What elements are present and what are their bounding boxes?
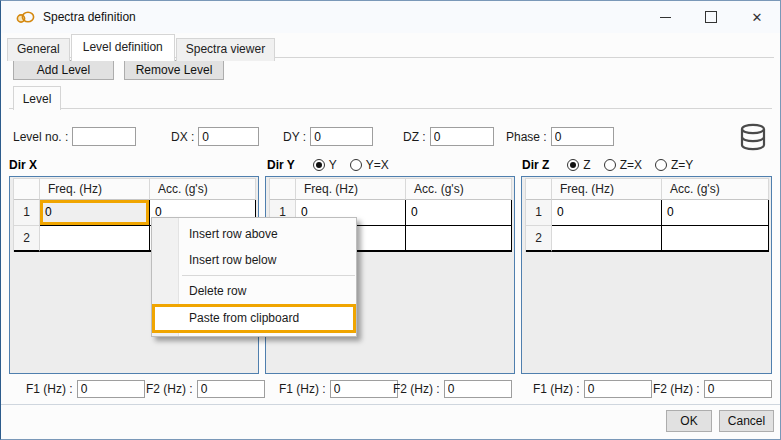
tab-general[interactable]: General xyxy=(7,38,70,61)
dir-x-f1-label: F1 (Hz) : xyxy=(26,382,73,396)
dir-y-f2-input[interactable] xyxy=(444,380,512,398)
phase-label: Phase : xyxy=(506,130,547,144)
dir-y-f2-label: F2 (Hz) : xyxy=(393,382,440,396)
dir-z-panel: Freq. (Hz) Acc. (g's) 1 0 0 2 xyxy=(521,176,772,374)
add-level-button[interactable]: Add Level xyxy=(13,60,114,80)
dir-z-f1-group: F1 (Hz) : xyxy=(533,380,652,398)
dir-x-header: Dir X xyxy=(9,157,37,173)
footer-divider xyxy=(1,404,780,405)
radio-z-equals-y-label: Z=Y xyxy=(671,158,693,172)
tab-level-definition[interactable]: Level definition xyxy=(71,34,175,61)
remove-level-button[interactable]: Remove Level xyxy=(124,60,224,80)
menu-item-insert-row-above[interactable]: Insert row above xyxy=(152,221,356,247)
radio-y[interactable]: Y xyxy=(313,158,337,172)
window-title: Spectra definition xyxy=(43,10,136,24)
radio-z-equals-y-icon xyxy=(655,159,667,171)
dir-y-title: Dir Y xyxy=(267,158,295,172)
dz-input[interactable] xyxy=(430,127,494,146)
dy-input[interactable] xyxy=(310,127,373,146)
row-header-1[interactable]: 1 xyxy=(526,200,552,226)
cancel-button[interactable]: Cancel xyxy=(719,410,774,432)
dir-x-freq-cell-1[interactable]: 0 xyxy=(40,200,150,226)
database-icon[interactable] xyxy=(737,123,769,154)
dir-y-f1-input[interactable] xyxy=(330,380,398,398)
radio-z-equals-y[interactable]: Z=Y xyxy=(655,158,693,172)
spectra-definition-dialog: Spectra definition ✕ General Level defin… xyxy=(0,0,781,440)
dir-y-acc-cell-2[interactable] xyxy=(406,226,512,252)
menu-item-delete-row[interactable]: Delete row xyxy=(152,278,356,304)
level-no-group: Level no. : xyxy=(13,127,136,146)
row-header-2[interactable]: 2 xyxy=(526,226,552,252)
table-corner-cell xyxy=(14,179,40,200)
dir-x-f2-input[interactable] xyxy=(197,380,265,398)
ok-button[interactable]: OK xyxy=(666,410,712,432)
dir-z-f2-group: F2 (Hz) : xyxy=(653,380,772,398)
dir-z-table: Freq. (Hz) Acc. (g's) 1 0 0 2 xyxy=(525,178,769,252)
phase-input[interactable] xyxy=(551,127,614,146)
dir-z-acc-cell-1[interactable]: 0 xyxy=(662,200,769,226)
radio-z-icon xyxy=(567,159,579,171)
main-tab-strip: General Level definition Spectra viewer xyxy=(7,34,276,61)
dir-y-f1-group: F1 (Hz) : xyxy=(279,380,398,398)
dir-x-title: Dir X xyxy=(9,158,37,172)
title-bar: Spectra definition ✕ xyxy=(1,1,780,33)
dy-label: DY : xyxy=(283,130,306,144)
tab-level[interactable]: Level xyxy=(13,86,61,110)
radio-y-label: Y xyxy=(329,158,337,172)
dir-z-freq-cell-2[interactable] xyxy=(552,226,662,252)
dir-x-f2-label: F2 (Hz) : xyxy=(146,382,193,396)
freq-column-header[interactable]: Freq. (Hz) xyxy=(552,179,662,200)
dir-z-f2-input[interactable] xyxy=(704,380,772,398)
dz-group: DZ : xyxy=(403,127,494,146)
dx-label: DX : xyxy=(171,130,194,144)
radio-z-equals-x[interactable]: Z=X xyxy=(604,158,642,172)
radio-y-equals-x-icon xyxy=(350,159,362,171)
dir-x-freq-cell-2[interactable] xyxy=(40,226,150,252)
context-menu: Insert row above Insert row below Delete… xyxy=(151,217,357,337)
menu-item-paste-from-clipboard[interactable]: Paste from clipboard xyxy=(152,304,356,333)
minimize-icon xyxy=(660,17,671,18)
dir-z-acc-cell-2[interactable] xyxy=(662,226,769,252)
radio-z-label: Z xyxy=(583,158,590,172)
level-tab-divider xyxy=(9,108,772,109)
app-rings-icon xyxy=(15,10,35,25)
dir-y-f2-group: F2 (Hz) : xyxy=(393,380,512,398)
dir-x-f1-group: F1 (Hz) : xyxy=(26,380,145,398)
radio-z[interactable]: Z xyxy=(567,158,590,172)
row-header-1[interactable]: 1 xyxy=(14,200,40,226)
dir-z-title: Dir Z xyxy=(522,158,549,172)
tab-spectra-viewer[interactable]: Spectra viewer xyxy=(176,38,275,61)
dir-x-f1-input[interactable] xyxy=(77,380,145,398)
dir-x-f2-group: F2 (Hz) : xyxy=(146,380,265,398)
phase-group: Phase : xyxy=(506,127,614,146)
menu-separator xyxy=(182,275,355,276)
radio-z-equals-x-icon xyxy=(604,159,616,171)
acc-column-header[interactable]: Acc. (g's) xyxy=(662,179,769,200)
close-icon: ✕ xyxy=(752,11,763,24)
acc-column-header[interactable]: Acc. (g's) xyxy=(406,179,512,200)
level-no-input[interactable] xyxy=(72,127,136,146)
dir-z-f2-label: F2 (Hz) : xyxy=(653,382,700,396)
level-no-label: Level no. : xyxy=(13,130,68,144)
menu-item-insert-row-below[interactable]: Insert row below xyxy=(152,247,356,273)
acc-column-header[interactable]: Acc. (g's) xyxy=(150,179,256,200)
freq-column-header[interactable]: Freq. (Hz) xyxy=(40,179,150,200)
dir-y-acc-cell-1[interactable]: 0 xyxy=(406,200,512,226)
row-header-2[interactable]: 2 xyxy=(14,226,40,252)
freq-column-header[interactable]: Freq. (Hz) xyxy=(296,179,406,200)
radio-z-equals-x-label: Z=X xyxy=(620,158,642,172)
radio-y-equals-x[interactable]: Y=X xyxy=(350,158,389,172)
dx-input[interactable] xyxy=(198,127,259,146)
maximize-button[interactable] xyxy=(688,1,734,33)
dx-group: DX : xyxy=(171,127,259,146)
dir-z-freq-cell-1[interactable]: 0 xyxy=(552,200,662,226)
radio-y-icon xyxy=(313,159,325,171)
minimize-button[interactable] xyxy=(642,1,688,33)
dz-label: DZ : xyxy=(403,130,426,144)
dy-group: DY : xyxy=(283,127,373,146)
radio-y-equals-x-label: Y=X xyxy=(366,158,389,172)
dir-z-f1-input[interactable] xyxy=(584,380,652,398)
dir-z-f1-label: F1 (Hz) : xyxy=(533,382,580,396)
close-button[interactable]: ✕ xyxy=(734,1,780,33)
table-corner-cell xyxy=(526,179,552,200)
